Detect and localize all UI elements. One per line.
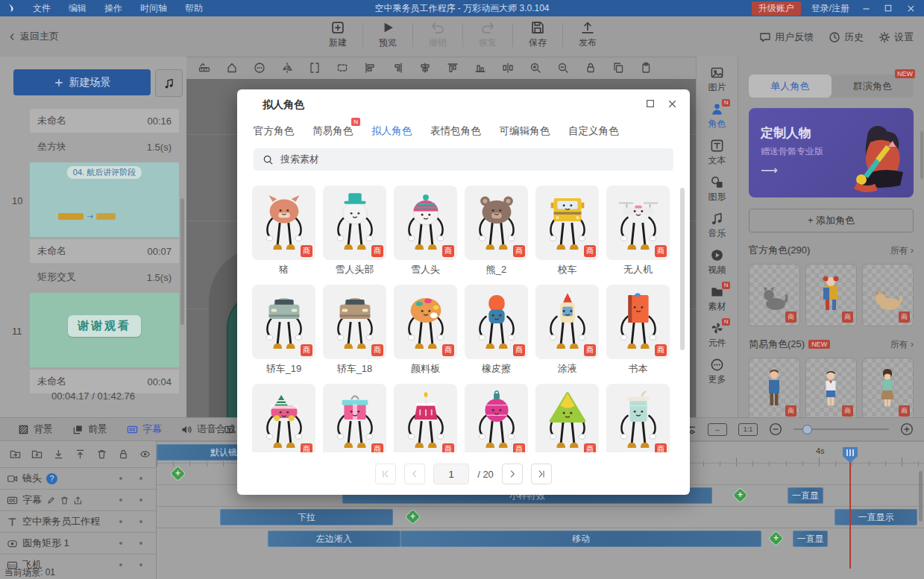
zoom-in-icon[interactable] xyxy=(529,62,541,74)
search-input[interactable]: 搜索素材 xyxy=(254,148,673,171)
character-thumb[interactable]: 商 xyxy=(606,186,670,260)
paste-icon[interactable] xyxy=(640,62,652,74)
character-thumb[interactable]: 商 xyxy=(465,285,528,359)
character-thumb[interactable]: 商 xyxy=(252,186,315,260)
layer-toggle-字幕[interactable]: 字幕 xyxy=(127,423,162,436)
panel-scrollbar[interactable] xyxy=(920,131,923,179)
menu-item[interactable]: 编辑 xyxy=(60,2,95,15)
rail-item-元件[interactable]: 元件 N xyxy=(697,321,738,349)
official-thumb-cat[interactable]: 商 xyxy=(749,264,800,326)
align-bottom-icon[interactable] xyxy=(474,62,486,74)
menu-item[interactable]: 时间轴 xyxy=(131,2,176,15)
scene-thumbnail[interactable]: 11谢谢观看 xyxy=(30,293,179,367)
distribute-icon[interactable] xyxy=(502,62,514,74)
home-icon[interactable] xyxy=(226,62,238,74)
official-thumb-dog[interactable]: 商 xyxy=(862,264,914,326)
timeline-bar[interactable]: 左边淅入 xyxy=(268,531,400,547)
character-thumb[interactable]: 商 xyxy=(323,186,386,260)
scene-name-row[interactable]: 未命名00:16 xyxy=(30,109,179,133)
export-icon[interactable] xyxy=(73,496,83,505)
timeline-bar[interactable]: 一直显 xyxy=(793,531,828,547)
actual-scale-button[interactable]: 1:1 xyxy=(738,423,758,436)
lock-icon[interactable] xyxy=(118,449,129,460)
rail-item-图形[interactable]: 图形 xyxy=(697,175,738,203)
tts-text-icon[interactable] xyxy=(224,424,235,435)
tab-single-character[interactable]: 单人角色 xyxy=(749,75,832,98)
move-up-icon[interactable] xyxy=(75,449,86,460)
rail-item-视频[interactable]: 视频 xyxy=(697,248,738,276)
minimize-button[interactable] xyxy=(860,3,872,13)
character-card[interactable]: 商 xyxy=(394,384,457,452)
track-header-镜头[interactable]: 镜头? xyxy=(0,467,156,489)
feedback-button[interactable]: 用户反馈 xyxy=(759,31,814,44)
align-right-icon[interactable] xyxy=(392,62,403,74)
login-register-link[interactable]: 登录/注册 xyxy=(811,2,849,15)
zoom-slider-knob[interactable] xyxy=(802,425,812,434)
simple-all-link[interactable]: 所有 › xyxy=(890,338,914,351)
close-button[interactable] xyxy=(905,3,917,13)
character-card[interactable]: 商 xyxy=(535,384,599,452)
rail-item-图片[interactable]: 图片 xyxy=(697,66,738,94)
character-card[interactable]: 商 xyxy=(606,384,670,452)
character-card[interactable]: 商 xyxy=(323,384,386,452)
character-card-书本[interactable]: 商 书本 xyxy=(606,285,670,374)
marquee-icon[interactable] xyxy=(336,62,348,74)
simple-thumb-woman[interactable]: 商 xyxy=(862,358,914,417)
keyframe-diamond[interactable]: + xyxy=(770,533,782,544)
dots-circle-icon[interactable] xyxy=(254,62,265,74)
character-thumb[interactable]: 商 xyxy=(394,285,457,359)
character-thumb[interactable]: 商 xyxy=(535,285,599,359)
simple-thumb-boy[interactable]: 商 xyxy=(805,358,857,417)
character-thumb[interactable]: 商 xyxy=(465,384,528,452)
next-page-button[interactable] xyxy=(502,463,523,484)
character-thumb[interactable]: 商 xyxy=(323,285,386,359)
rail-item-音乐[interactable]: 音乐 xyxy=(697,212,738,240)
dialog-tab-表情包角色[interactable]: 表情包角色 xyxy=(430,124,481,138)
align-center-icon[interactable] xyxy=(419,62,431,74)
character-thumb[interactable]: 商 xyxy=(535,186,599,260)
character-card-无人机[interactable]: 商 无人机 xyxy=(606,186,670,275)
character-thumb[interactable]: 商 xyxy=(606,384,670,452)
character-thumb[interactable]: 商 xyxy=(394,186,457,260)
help-icon[interactable]: ? xyxy=(46,473,57,484)
character-thumb[interactable]: 商 xyxy=(606,285,670,359)
eye-icon[interactable] xyxy=(139,449,151,460)
dialog-tab-官方角色[interactable]: 官方角色 xyxy=(254,124,294,138)
character-card-熊_2[interactable]: 商 熊_2 xyxy=(465,186,528,275)
history-button[interactable]: 历史 xyxy=(829,31,864,44)
flip-icon[interactable] xyxy=(281,62,293,74)
trash-icon[interactable] xyxy=(60,496,69,505)
character-card-猪[interactable]: 商 猪 xyxy=(252,186,315,275)
dialog-scrollbar[interactable] xyxy=(680,188,685,350)
align-left-icon[interactable] xyxy=(364,62,376,74)
scene-transition-row[interactable]: 垒方块1.5(s) xyxy=(30,138,179,156)
back-home-button[interactable]: 返回主页 xyxy=(7,30,59,43)
rail-item-角色[interactable]: 角色 N xyxy=(697,102,738,130)
zoom-in-button[interactable] xyxy=(900,423,914,436)
track-header-空中乘务员工作程序[interactable]: 空中乘务员工作程序 xyxy=(0,510,156,532)
character-thumb[interactable]: 商 xyxy=(252,285,315,359)
copy-icon[interactable] xyxy=(612,62,624,74)
add-character-button[interactable]: + 添加角色 xyxy=(749,209,914,232)
tab-group-character[interactable]: 群演角色 NEW xyxy=(832,75,914,98)
lock-icon[interactable] xyxy=(585,62,597,74)
zoom-out-icon[interactable] xyxy=(557,62,569,74)
dialog-tab-自定义角色[interactable]: 自定义角色 xyxy=(568,124,619,138)
dialog-tab-可编辑角色[interactable]: 可编辑角色 xyxy=(500,124,550,138)
dialog-maximize-icon[interactable] xyxy=(645,98,656,109)
align-top-icon[interactable] xyxy=(447,62,459,74)
character-thumb[interactable]: 商 xyxy=(394,384,457,452)
character-card-轿车_18[interactable]: 商 轿车_18 xyxy=(323,285,386,374)
menu-item[interactable]: 文件 xyxy=(24,2,60,15)
rail-item-素材[interactable]: 素材 N xyxy=(697,285,738,313)
keyframe-diamond[interactable]: + xyxy=(735,490,746,501)
keyframe-diamond[interactable]: + xyxy=(407,511,418,522)
dialog-tab-简易角色[interactable]: 简易角色N xyxy=(312,124,353,138)
character-card-橡皮擦[interactable]: 商 橡皮擦 xyxy=(465,285,528,374)
keyframe-diamond[interactable]: + xyxy=(172,468,183,479)
add-folder-icon[interactable] xyxy=(31,449,43,460)
fit-timeline-button[interactable]: ↔ xyxy=(708,423,727,436)
save-button[interactable]: 保存 xyxy=(515,20,561,49)
import-folder-icon[interactable] xyxy=(10,449,21,460)
scene-name-row[interactable]: 未命名00:07 xyxy=(30,239,179,263)
